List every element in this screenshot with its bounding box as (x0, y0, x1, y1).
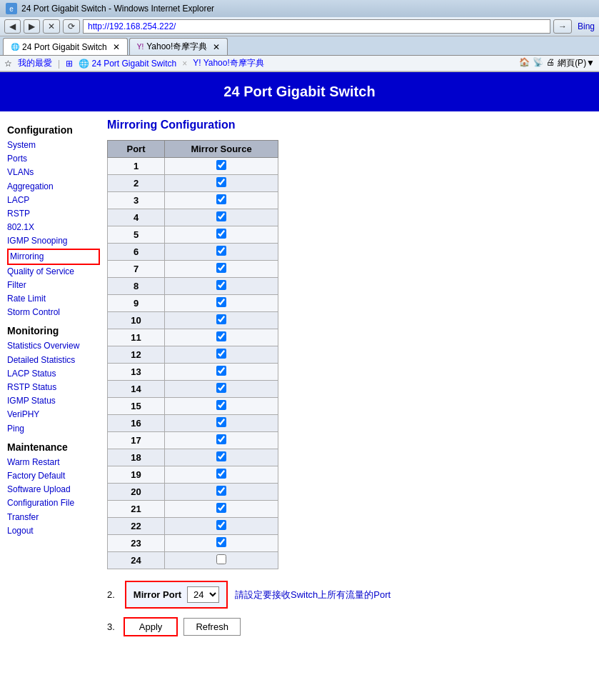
bookmark-switch[interactable]: 🌐 24 Port Gigabit Switch (79, 59, 176, 69)
mirror-source-checkbox[interactable] (216, 486, 226, 496)
mirror-source-checkbox[interactable] (216, 451, 226, 461)
tab-yahoo[interactable]: Y! Yahoo!奇摩字典 ✕ (129, 38, 228, 55)
sidebar-item-factory-default[interactable]: Factory Default (7, 469, 100, 483)
sidebar-item-vlans[interactable]: VLANs (7, 166, 100, 179)
mirror-source-checkbox[interactable] (216, 400, 226, 410)
feed-icon[interactable]: 📡 (533, 57, 543, 69)
port-number: 21 (108, 501, 165, 518)
mirror-source-cell[interactable] (165, 261, 278, 278)
sidebar-item-software-upload[interactable]: Software Upload (7, 483, 100, 496)
sidebar-item-lacp-status[interactable]: LACP Status (7, 367, 100, 381)
mirror-source-cell[interactable] (165, 484, 278, 501)
mirror-source-cell[interactable] (165, 415, 278, 432)
port-number: 8 (108, 278, 165, 295)
table-row: 24 (108, 552, 278, 569)
home-icon[interactable]: 🏠 (519, 57, 530, 69)
sidebar-item-rstp[interactable]: RSTP (7, 207, 100, 221)
sidebar-item-config-file[interactable]: Configuration File (7, 496, 100, 510)
stop-button[interactable]: ✕ (43, 19, 60, 34)
mirror-source-checkbox[interactable] (216, 434, 226, 444)
mirror-source-cell[interactable] (165, 158, 278, 175)
mirror-source-cell[interactable] (165, 501, 278, 518)
mirror-source-checkbox[interactable] (216, 263, 226, 273)
mirror-source-cell[interactable] (165, 432, 278, 449)
sidebar-item-ports[interactable]: Ports (7, 152, 100, 166)
sidebar-item-igmp-status[interactable]: IGMP Status (7, 394, 100, 408)
mirror-source-checkbox[interactable] (216, 349, 226, 359)
mirror-source-cell[interactable] (165, 518, 278, 535)
mirror-source-checkbox[interactable] (216, 537, 226, 547)
favorites-link[interactable]: 我的最愛 (18, 57, 52, 69)
mirror-source-checkbox[interactable] (216, 229, 226, 239)
sidebar-item-transfer[interactable]: Transfer (7, 511, 100, 524)
sidebar-item-filter[interactable]: Filter (7, 279, 100, 292)
sidebar-item-detailed-stats[interactable]: Detailed Statistics (7, 354, 100, 367)
sidebar-item-ping[interactable]: Ping (7, 422, 100, 436)
sidebar-item-qos[interactable]: Quality of Service (7, 265, 100, 279)
table-row: 5 (108, 226, 278, 244)
mirror-source-cell[interactable] (165, 175, 278, 192)
tab-switch[interactable]: 🌐 24 Port Gigabit Switch ✕ (3, 38, 128, 55)
mirror-source-cell[interactable] (165, 209, 278, 226)
mirror-source-checkbox[interactable] (216, 211, 226, 221)
mirror-source-checkbox[interactable] (216, 469, 226, 479)
sidebar-item-mirroring[interactable]: Mirroring (7, 249, 100, 265)
mirror-source-cell[interactable] (165, 312, 278, 329)
mirror-source-checkbox[interactable] (216, 194, 226, 204)
sidebar-item-veriphy[interactable]: VeriPHY (7, 408, 100, 421)
sidebar-item-stats-overview[interactable]: Statistics Overview (7, 339, 100, 353)
mirror-source-checkbox[interactable] (216, 417, 226, 427)
sidebar-item-stormcontrol[interactable]: Storm Control (7, 306, 100, 319)
mirror-source-cell[interactable] (165, 398, 278, 415)
refresh-button[interactable]: Refresh (183, 618, 241, 636)
mirror-source-cell[interactable] (165, 244, 278, 261)
sidebar-item-warm-restart[interactable]: Warm Restart (7, 456, 100, 469)
mirror-source-checkbox[interactable] (216, 160, 226, 170)
go-button[interactable]: → (553, 19, 572, 34)
forward-button[interactable]: ▶ (24, 19, 40, 34)
mirror-source-cell[interactable] (165, 295, 278, 312)
sidebar-item-lacp[interactable]: LACP (7, 194, 100, 207)
mirror-source-cell[interactable] (165, 449, 278, 466)
sidebar-item-ratelimit[interactable]: Rate Limit (7, 292, 100, 306)
address-bar[interactable] (83, 19, 550, 34)
mirror-source-cell[interactable] (165, 329, 278, 346)
mirror-source-cell[interactable] (165, 364, 278, 381)
mirror-source-checkbox[interactable] (216, 314, 226, 324)
tab-yahoo-close-icon[interactable]: ✕ (213, 42, 220, 52)
mirror-source-cell[interactable] (165, 278, 278, 295)
sidebar-item-rstp-status[interactable]: RSTP Status (7, 381, 100, 394)
mirror-source-checkbox[interactable] (216, 297, 226, 307)
mirror-source-checkbox[interactable] (216, 280, 226, 290)
mirror-source-checkbox[interactable] (216, 503, 226, 513)
mirror-source-cell[interactable] (165, 346, 278, 364)
mirror-source-checkbox[interactable] (216, 331, 226, 341)
apply-button[interactable]: Apply (124, 617, 178, 636)
mirror-port-select[interactable]: 123456789101112131415161718192021222324 (187, 586, 219, 603)
mirror-source-cell[interactable] (165, 381, 278, 398)
mirror-source-checkbox[interactable] (216, 246, 226, 256)
grid-icon[interactable]: ⊞ (66, 59, 73, 69)
refresh-nav-button[interactable]: ⟳ (63, 19, 80, 34)
sidebar-item-logout[interactable]: Logout (7, 524, 100, 538)
mirror-source-checkbox[interactable] (216, 366, 226, 376)
mirror-source-checkbox[interactable] (216, 177, 226, 187)
mirror-source-checkbox[interactable] (216, 383, 226, 393)
print-icon[interactable]: 🖨 (546, 57, 555, 69)
back-button[interactable]: ◀ (4, 19, 21, 34)
sidebar-item-system[interactable]: System (7, 139, 100, 152)
mirror-source-cell[interactable] (165, 552, 278, 569)
mirror-source-checkbox[interactable] (216, 520, 226, 530)
sidebar-item-igmp[interactable]: IGMP Snooping (7, 234, 100, 248)
mirror-source-cell[interactable] (165, 226, 278, 244)
mirror-source-cell[interactable] (165, 192, 278, 209)
sidebar-item-8021x[interactable]: 802.1X (7, 221, 100, 234)
tab-close-icon[interactable]: ✕ (113, 42, 120, 52)
sidebar-item-aggregation[interactable]: Aggregation (7, 180, 100, 194)
mirror-source-checkbox[interactable] (216, 554, 226, 564)
table-row: 20 (108, 484, 278, 501)
page-menu[interactable]: 網頁(P)▼ (558, 57, 595, 69)
mirror-source-cell[interactable] (165, 466, 278, 484)
mirror-source-cell[interactable] (165, 535, 278, 552)
bookmark-yahoo[interactable]: Y! Yahoo!奇摩字典 (193, 57, 264, 69)
